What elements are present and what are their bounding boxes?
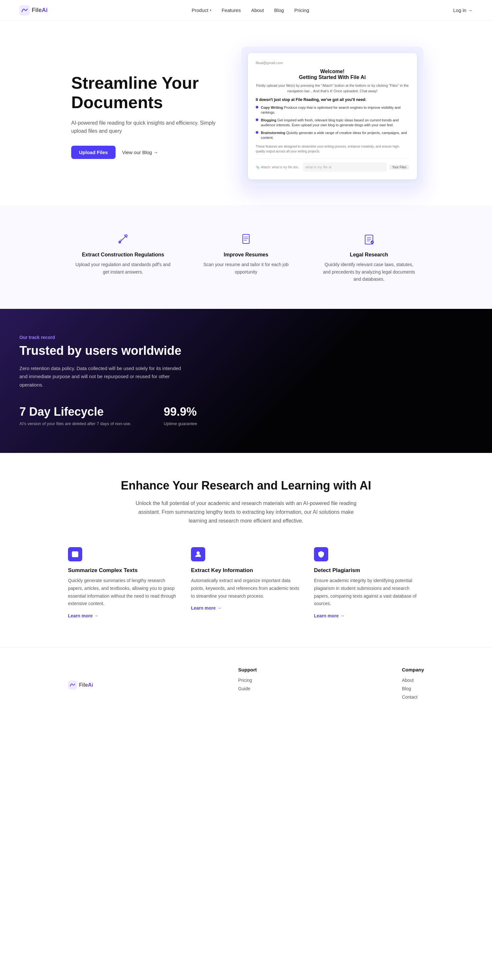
nav-links: Product ▾ Features About Blog Pricing (192, 8, 309, 13)
summarize-icon-box (68, 547, 82, 562)
hero-screenshot: fileai@gmail.com Welcome! Getting Starte… (241, 47, 424, 186)
dot-icon (256, 106, 258, 108)
nav-about[interactable]: About (251, 8, 264, 13)
plagiarism-icon (317, 550, 325, 558)
research-title: Enhance Your Research and Learning with … (19, 479, 473, 492)
view-blog-link[interactable]: View our Blog → (122, 150, 158, 155)
track-stat-label-1: Uptime guarantee (164, 420, 197, 427)
research-grid: Summarize Complex Texts Quickly generate… (68, 544, 424, 621)
learn-more-2[interactable]: Learn more → (314, 613, 344, 618)
research-card-desc-1: Automatically extract and organize impor… (191, 577, 301, 600)
research-card-2: Detect Plagiarism Ensure academic integr… (314, 544, 424, 621)
footer-company-heading: Company (402, 667, 424, 673)
footer-logo: FileAi (68, 667, 93, 703)
hero-section: Streamline Your Documents AI-powered fil… (0, 21, 492, 205)
footer-col-support: Support Pricing Guide (238, 667, 257, 703)
feature-desc-2: Quickly identify relevant case laws, sta… (321, 261, 417, 283)
nav-blog[interactable]: Blog (274, 8, 284, 13)
construction-icon (115, 231, 131, 247)
screenshot-files-dropdown[interactable]: Your Files (389, 165, 409, 170)
footer-contact-link[interactable]: Contact (402, 694, 424, 700)
learn-more-0[interactable]: Learn more → (68, 613, 98, 618)
summarize-icon (71, 550, 79, 558)
feature-card-0: Extract Construction Regulations Upload … (68, 225, 178, 289)
track-stat-value-1: 99.9% (164, 405, 197, 418)
nav-features[interactable]: Features (222, 8, 241, 13)
research-desc: Unlock the full potential of your academ… (133, 499, 359, 525)
feature-desc-1: Scan your resume and tailor it for each … (197, 261, 295, 275)
track-section: Our track record Trusted by users worldw… (0, 309, 492, 453)
features-grid: Extract Construction Regulations Upload … (68, 225, 424, 289)
upload-files-button[interactable]: Upload Files (71, 146, 116, 159)
research-card-title-2: Detect Plagiarism (314, 567, 424, 574)
login-button[interactable]: Log in → (453, 8, 473, 13)
hero-left: Streamline Your Documents AI-powered fil… (71, 73, 229, 159)
research-card-1: Extract Key Information Automatically ex… (191, 544, 301, 621)
logo-icon (19, 5, 30, 16)
nav-pricing[interactable]: Pricing (294, 8, 309, 13)
screenshot-item-1: Copy Writing Produce copy that is optimi… (256, 105, 409, 115)
track-stat-value-0: 7 Day Lifecycle (19, 405, 132, 418)
screenshot-email: fileai@gmail.com (256, 61, 409, 65)
hero-right: fileai@gmail.com Welcome! Getting Starte… (241, 47, 424, 186)
footer-inner: FileAi Support Pricing Guide Company Abo… (68, 667, 424, 703)
legal-icon (361, 231, 377, 247)
research-card-desc-2: Ensure academic integrity by identifying… (314, 577, 424, 608)
hero-buttons: Upload Files View our Blog → (71, 146, 229, 159)
nav-product[interactable]: Product ▾ (192, 8, 211, 13)
svg-rect-3 (243, 234, 249, 243)
footer: FileAi Support Pricing Guide Company Abo… (0, 647, 492, 716)
track-content: Our track record Trusted by users worldw… (19, 335, 246, 427)
features-section: Extract Construction Regulations Upload … (0, 205, 492, 309)
logo[interactable]: FileAi (19, 5, 48, 16)
footer-guide-link[interactable]: Guide (238, 686, 257, 691)
hero-subtitle: AI-powered file reading for quick insigh… (71, 119, 229, 135)
footer-logo-icon (68, 681, 77, 690)
feature-desc-0: Upload your regulation and standards pdf… (75, 261, 171, 275)
hero-title: Streamline Your Documents (71, 73, 229, 112)
navbar: FileAi Product ▾ Features About Blog Pri… (0, 0, 492, 21)
screenshot-input-row: 📎 Attach: what is my file doc.. what is … (256, 158, 409, 172)
footer-about-link[interactable]: About (402, 678, 424, 683)
track-stats: 7 Day Lifecycle AI's version of your fil… (19, 405, 246, 427)
track-desc: Zero retention data policy. Data collect… (19, 364, 181, 389)
track-label: Our track record (19, 335, 246, 340)
research-card-title-1: Extract Key Information (191, 567, 301, 574)
feature-title-2: Legal Research (321, 252, 417, 258)
research-section: Enhance Your Research and Learning with … (0, 453, 492, 648)
dot-icon (256, 118, 258, 121)
screenshot-attach: 📎 Attach: what is my file doc.. (256, 165, 300, 169)
footer-pricing-link[interactable]: Pricing (238, 678, 257, 683)
svg-point-2 (125, 235, 127, 237)
extract-icon-box (191, 547, 205, 562)
feature-title-0: Extract Construction Regulations (75, 252, 171, 258)
screenshot-input-mock: what is my file ai (303, 162, 387, 172)
screenshot-item-3: Brainstorming Quickly generate a wide ra… (256, 130, 409, 140)
extract-icon (194, 550, 202, 558)
dot-icon (256, 131, 258, 134)
track-stat-0: 7 Day Lifecycle AI's version of your fil… (19, 405, 132, 427)
logo-text: FileAi (32, 7, 48, 14)
track-title: Trusted by users worldwide (19, 344, 246, 358)
footer-blog-link[interactable]: Blog (402, 686, 424, 691)
footer-col-company: Company About Blog Contact (402, 667, 424, 703)
footer-support-heading: Support (238, 667, 257, 673)
feature-title-1: Improve Resumes (197, 252, 295, 258)
plagiarism-icon-box (314, 547, 328, 562)
screenshot-desc: Firstly upload your file(s) by pressing … (256, 83, 409, 94)
screenshot-heading: Welcome! Getting Started With File Ai (256, 68, 409, 80)
screenshot-inner: fileai@gmail.com Welcome! Getting Starte… (248, 53, 417, 179)
screenshot-item-2: Blogging Get inspired with fresh, releva… (256, 118, 409, 128)
feature-card-1: Improve Resumes Scan your resume and tai… (191, 225, 301, 289)
resume-icon (238, 231, 254, 247)
research-card-0: Summarize Complex Texts Quickly generate… (68, 544, 178, 621)
research-card-desc-0: Quickly generate summaries of lengthy re… (68, 577, 178, 608)
track-stat-label-0: AI's version of your files are deleted a… (19, 420, 132, 427)
feature-card-2: Legal Research Quickly identify relevant… (314, 225, 424, 289)
footer-logo-text: FileAi (79, 682, 93, 688)
research-card-title-0: Summarize Complex Texts (68, 567, 178, 574)
svg-point-7 (197, 552, 199, 554)
learn-more-1[interactable]: Learn more → (191, 605, 221, 611)
track-stat-1: 99.9% Uptime guarantee (164, 405, 197, 427)
chevron-down-icon: ▾ (210, 8, 211, 12)
